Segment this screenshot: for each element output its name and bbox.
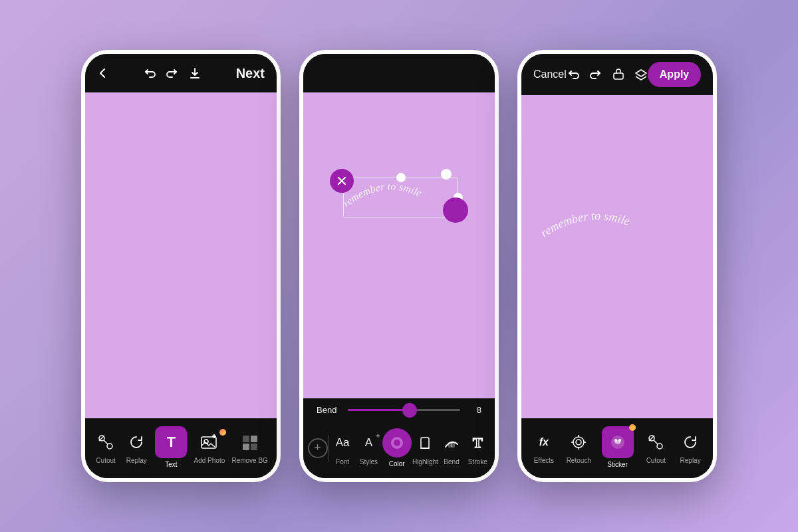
bend-icon: T [439, 430, 464, 456]
tool-add-photo[interactable]: Add Photo [194, 430, 225, 464]
add-photo-icon [198, 430, 221, 454]
phone-1: Next Cutout Replay T Text Add Pho [81, 50, 281, 482]
phone1-bottom-toolbar: Cutout Replay T Text Add Photo Remove BG [85, 418, 277, 478]
svg-rect-8 [243, 436, 249, 442]
phone-2: remember to smile Bend 8 + Aa Font A+ St… [299, 50, 499, 482]
phone1-nav-icons [143, 66, 201, 80]
rotate-handle-top[interactable] [441, 169, 452, 180]
delete-handle[interactable] [330, 169, 354, 193]
add-photo-label: Add Photo [194, 457, 225, 464]
tool-highlight[interactable]: Highlight [412, 430, 438, 466]
add-icon: + [308, 438, 328, 458]
bend-tool-label: Bend [444, 458, 459, 466]
tool-bend[interactable]: T Bend [439, 430, 464, 466]
tool-font[interactable]: Aa Font [330, 430, 355, 466]
bend-area: Bend 8 [303, 398, 495, 422]
sticker-label: Sticker [607, 461, 628, 468]
svg-line-34 [654, 440, 658, 444]
cutout-icon-3 [644, 430, 668, 454]
tool-stroke[interactable]: T Stroke [465, 430, 490, 466]
remove-bg-icon [238, 430, 262, 454]
bend-value: 8 [468, 405, 481, 415]
font-label: Font [336, 458, 349, 466]
svg-text:T: T [450, 443, 454, 448]
bend-slider-track[interactable] [348, 409, 460, 411]
highlight-icon [412, 430, 438, 456]
tool-text-active[interactable]: T Text [155, 426, 187, 468]
text-label: Text [165, 461, 177, 468]
styles-label: Styles [360, 458, 378, 466]
replay-label-3: Replay [680, 457, 701, 464]
layers-button[interactable] [634, 68, 648, 81]
phone1-nav-left [97, 67, 109, 79]
back-button[interactable] [97, 67, 109, 79]
canvas3-text-content: remember to smile [538, 209, 631, 240]
tool-color-active[interactable]: Color [382, 428, 412, 467]
tool-styles[interactable]: A+ Styles [356, 430, 381, 466]
bend-slider-thumb[interactable] [402, 403, 417, 418]
redo-button[interactable] [166, 66, 179, 80]
effects-icon: fx [532, 430, 556, 454]
cutout-label: Cutout [96, 457, 115, 464]
phone3-nav-icons [567, 68, 648, 81]
cutout-label-3: Cutout [646, 457, 666, 464]
svg-point-30 [614, 439, 617, 442]
tool-cutout-3[interactable]: Cutout [644, 430, 668, 464]
phone-3: Cancel Apply remember to smile [517, 50, 717, 482]
download-button[interactable] [188, 66, 201, 80]
svg-point-33 [657, 444, 662, 449]
svg-rect-9 [251, 436, 257, 442]
next-button[interactable]: Next [236, 66, 265, 81]
undo-button[interactable] [143, 66, 156, 80]
midpoint-handle-top[interactable] [396, 173, 406, 182]
eraser-button[interactable] [612, 68, 625, 81]
phone3-bottom-toolbar: fx Effects Retouch Sticker Cutout [521, 418, 713, 478]
svg-point-1 [107, 444, 112, 449]
font-icon: Aa [330, 430, 355, 456]
bend-slider-fill [348, 409, 410, 411]
color-label: Color [389, 460, 405, 467]
phone2-canvas: remember to smile [303, 92, 495, 398]
styles-icon: A+ [356, 430, 381, 456]
replay-label: Replay [126, 457, 147, 464]
redo-button-3[interactable] [589, 68, 602, 81]
tool-effects[interactable]: fx Effects [532, 430, 556, 464]
tool-replay-3[interactable]: Replay [678, 430, 702, 464]
tool-sticker-active[interactable]: Sticker [602, 426, 634, 468]
retouch-icon [567, 430, 591, 454]
apply-button[interactable]: Apply [648, 62, 701, 87]
replay-icon [124, 430, 148, 454]
svg-rect-10 [243, 444, 249, 450]
bend-label: Bend [317, 405, 340, 415]
svg-rect-21 [614, 73, 623, 79]
stroke-label: Stroke [468, 458, 487, 466]
effects-label: Effects [534, 457, 554, 464]
phone2-text-tools: + Aa Font A+ Styles Color Highlight [303, 422, 495, 478]
svg-point-24 [576, 440, 581, 445]
phone2-top-bar [303, 54, 495, 92]
phone3-top-bar: Cancel Apply [521, 54, 713, 95]
phone1-canvas [85, 92, 277, 418]
sticker-icon [602, 426, 634, 458]
tool-retouch[interactable]: Retouch [567, 430, 591, 464]
divider [329, 435, 329, 462]
tool-remove-bg[interactable]: Remove BG [231, 430, 267, 464]
svg-rect-17 [421, 438, 429, 448]
svg-point-31 [618, 439, 621, 442]
color-icon [382, 428, 412, 458]
svg-point-16 [394, 440, 400, 446]
tool-add[interactable]: + [308, 438, 328, 458]
cutout-icon [94, 430, 118, 454]
svg-line-2 [104, 440, 108, 444]
tool-replay[interactable]: Replay [124, 430, 148, 464]
cancel-button[interactable]: Cancel [533, 68, 567, 80]
stroke-icon: T [465, 430, 490, 456]
svg-rect-11 [251, 444, 257, 450]
text-icon: T [155, 426, 187, 458]
undo-button-3[interactable] [567, 68, 580, 81]
resize-handle[interactable] [443, 198, 468, 223]
retouch-label: Retouch [567, 457, 591, 464]
tool-cutout[interactable]: Cutout [94, 430, 118, 464]
text-selection-box [343, 178, 458, 217]
svg-point-23 [573, 437, 584, 448]
